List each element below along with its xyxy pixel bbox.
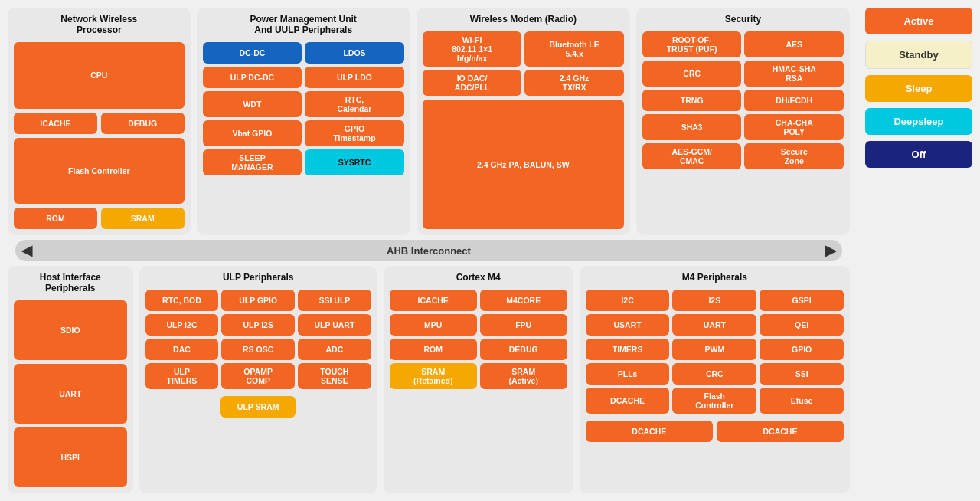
sec-sha3: SHA3 bbox=[642, 114, 742, 140]
radio-iodac: IO DAC/ADC/PLL bbox=[423, 70, 522, 96]
ulp-i2c: ULP I2C bbox=[145, 314, 219, 336]
nwp-debug: DEBUG bbox=[101, 113, 185, 134]
cortex-mpu: MPU bbox=[390, 314, 477, 336]
block-nwp: Network Wireless Processor CPU ICACHE DE… bbox=[8, 8, 191, 235]
pmu-sleep-mgr: SLEEPMANAGER bbox=[203, 149, 302, 175]
main-area: Network Wireless Processor CPU ICACHE DE… bbox=[0, 0, 858, 501]
m4p-usart: USART bbox=[586, 314, 670, 336]
cortex-rom: ROM bbox=[390, 339, 477, 360]
cortex-sram-retained: SRAM(Retained) bbox=[390, 363, 477, 389]
pmu-dcdc: DC-DC bbox=[203, 42, 302, 64]
radio-title: Wireless Modem (Radio) bbox=[423, 14, 624, 25]
pmu-sysrtc: SYSRTC bbox=[305, 149, 404, 175]
m4p-i2s: I2S bbox=[672, 290, 756, 311]
ulp-rtc-bod: RTC, BOD bbox=[145, 290, 219, 311]
nwp-title: Network Wireless Processor bbox=[14, 14, 185, 35]
ulp-dac: DAC bbox=[145, 339, 219, 360]
cortex-grid: ICACHE M4CORE MPU FPU ROM DEBUG SRAM(Ret… bbox=[390, 290, 567, 389]
m4p-efuse: Efuse bbox=[760, 388, 844, 414]
legend-off: Off bbox=[865, 141, 972, 168]
cortex-fpu: FPU bbox=[480, 314, 567, 336]
m4p-gpio: GPIO bbox=[760, 339, 844, 360]
bottom-row: Host InterfacePeripherals SDIO UART HSPI… bbox=[8, 266, 850, 493]
m4p-dcache3: DCACHE bbox=[717, 421, 844, 442]
m4p-crc: CRC bbox=[672, 363, 756, 385]
pmu-ldos: LDOS bbox=[305, 42, 404, 64]
cortex-m4core: M4CORE bbox=[480, 290, 567, 311]
legend-panel: Active Standby Sleep Deepsleep Off bbox=[858, 0, 980, 501]
pmu-vbat-gpio: Vbat GPIO bbox=[203, 120, 302, 146]
pmu-rtc: RTC, Calendar bbox=[305, 91, 404, 117]
radio-wifi: Wi-Fi802.11 1×1b/g/n/ax bbox=[423, 31, 522, 67]
ahb-label: AHB Interconnect bbox=[387, 245, 471, 257]
m4p-pwm: PWM bbox=[672, 339, 756, 360]
sec-secure-zone: SecureZone bbox=[744, 143, 844, 169]
ulp-timers: ULPTIMERS bbox=[145, 363, 219, 389]
nwp-rom: ROM bbox=[14, 208, 97, 229]
pmu-gpio-ts: GPIOTimestamp bbox=[305, 120, 404, 146]
pmu-ulp-ldo: ULP LDO bbox=[305, 67, 404, 88]
nwp-cpu: CPU bbox=[14, 42, 185, 109]
ulp-ssi: SSI ULP bbox=[298, 290, 371, 311]
sec-crc: CRC bbox=[642, 61, 742, 87]
sec-dh: DH/ECDH bbox=[744, 90, 844, 111]
sec-rot: ROOT-OF-TRUST (PUF) bbox=[642, 31, 742, 57]
m4p-ssi: SSI bbox=[760, 363, 844, 385]
m4p-timers: TIMERS bbox=[586, 339, 670, 360]
legend-standby: Standby bbox=[865, 41, 972, 69]
nwp-flash: Flash Controller bbox=[14, 138, 185, 205]
nwp-icache: ICACHE bbox=[14, 113, 97, 134]
block-hip: Host InterfacePeripherals SDIO UART HSPI bbox=[8, 266, 133, 493]
block-pmu: Power Management UnitAnd UULP Peripheral… bbox=[197, 8, 410, 235]
legend-active: Active bbox=[865, 8, 972, 34]
hip-hspi: HSPI bbox=[14, 427, 127, 487]
m4p-i2c: I2C bbox=[586, 290, 670, 311]
ulp-uart: ULP UART bbox=[298, 314, 371, 336]
m4p-dcache2: DCACHE bbox=[586, 421, 713, 442]
legend-sleep: Sleep bbox=[865, 75, 972, 102]
nwp-sram: SRAM bbox=[101, 208, 185, 229]
sec-chacha: CHA-CHAPOLY bbox=[744, 114, 844, 140]
cortex-title: Cortex M4 bbox=[390, 272, 567, 283]
block-m4p: M4 Peripherals I2C I2S GSPI USART UART Q… bbox=[580, 266, 850, 493]
sec-hmac: HMAC-SHARSA bbox=[744, 61, 844, 87]
ulp-adc: ADC bbox=[298, 339, 371, 360]
ulp-touch: TOUCHSENSE bbox=[298, 363, 371, 389]
ulp-rs-osc: RS OSC bbox=[221, 339, 295, 360]
m4p-uart: UART bbox=[672, 314, 756, 336]
m4p-gspi: GSPI bbox=[760, 290, 844, 311]
m4p-dcache1: DCACHE bbox=[586, 388, 670, 414]
block-ulp: ULP Peripherals RTC, BOD ULP GPIO SSI UL… bbox=[139, 266, 377, 493]
radio-pa-balun: 2.4 GHz PA, BALUN, SW bbox=[423, 100, 624, 229]
m4p-flash-ctrl: FlashController bbox=[672, 388, 756, 414]
ulp-grid: RTC, BOD ULP GPIO SSI ULP ULP I2C ULP I2… bbox=[145, 290, 371, 389]
block-radio: Wireless Modem (Radio) Wi-Fi802.11 1×1b/… bbox=[416, 8, 630, 235]
sec-trng: TRNG bbox=[642, 90, 742, 111]
m4p-plls: PLLs bbox=[586, 363, 670, 385]
ulp-i2s: ULP I2S bbox=[221, 314, 295, 336]
ulp-title: ULP Peripherals bbox=[145, 272, 371, 283]
block-security: Security ROOT-OF-TRUST (PUF) AES CRC HMA… bbox=[636, 8, 850, 235]
ulp-sram: ULP SRAM bbox=[220, 396, 295, 418]
radio-ble: Bluetooth LE5.4.x bbox=[524, 31, 624, 67]
sec-aes: AES bbox=[744, 31, 844, 57]
radio-24txrx: 2.4 GHzTX/RX bbox=[524, 70, 624, 96]
ulp-opamp: OPAMPCOMP bbox=[221, 363, 295, 389]
cortex-debug: DEBUG bbox=[480, 339, 567, 360]
hip-title: Host InterfacePeripherals bbox=[14, 272, 127, 293]
m4p-qei: QEI bbox=[760, 314, 844, 336]
top-row: Network Wireless Processor CPU ICACHE DE… bbox=[8, 8, 850, 235]
legend-deepsleep: Deepsleep bbox=[865, 108, 972, 135]
block-cortex: Cortex M4 ICACHE M4CORE MPU FPU ROM DEBU… bbox=[384, 266, 573, 493]
hip-sdio: SDIO bbox=[14, 300, 127, 360]
hip-uart: UART bbox=[14, 364, 127, 424]
pmu-wdt: WDT bbox=[203, 91, 302, 117]
pmu-title: Power Management UnitAnd UULP Peripheral… bbox=[203, 14, 404, 35]
cortex-sram-active: SRAM(Active) bbox=[480, 363, 567, 389]
ahb-bar: AHB Interconnect bbox=[15, 240, 842, 261]
pmu-ulp-dcdc: ULP DC-DC bbox=[203, 67, 302, 88]
m4p-title: M4 Peripherals bbox=[586, 272, 844, 283]
security-title: Security bbox=[642, 14, 844, 25]
pmu-grid: DC-DC LDOS ULP DC-DC ULP LDO WDT RTC, Ca… bbox=[203, 42, 404, 175]
security-grid: ROOT-OF-TRUST (PUF) AES CRC HMAC-SHARSA … bbox=[642, 31, 844, 169]
